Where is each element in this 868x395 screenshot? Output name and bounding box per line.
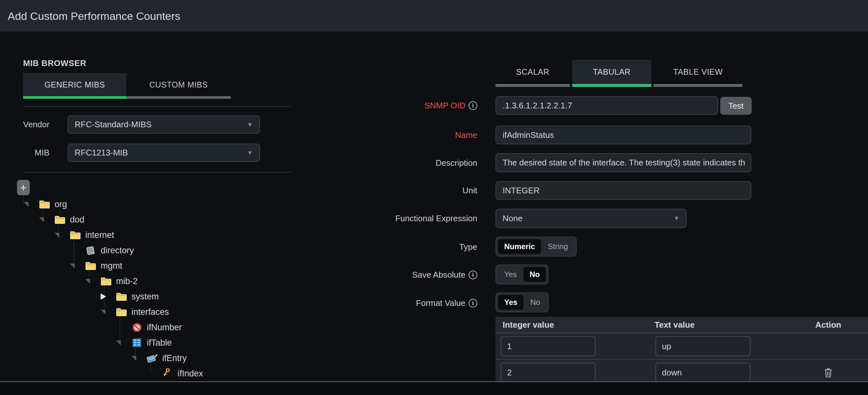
add-custom-performance-counters-dialog: Add Custom Performance Counters MIB BROW… (0, 0, 868, 395)
chevron-down-icon: ▼ (247, 121, 253, 128)
tab-custom-mibs[interactable]: CUSTOM MIBS (126, 73, 231, 99)
value-format-table: Integer value Text value Action 1 up 2 d… (496, 317, 868, 381)
name-label: Name (288, 126, 477, 144)
chevron-down-icon: ▼ (247, 149, 253, 156)
functional-expression-select[interactable]: None ▼ (496, 209, 687, 228)
info-icon[interactable]: i (469, 299, 477, 307)
tree-item-org[interactable]: org (23, 196, 67, 212)
tree-item-mgmt[interactable]: mgmt (69, 258, 122, 273)
folder-icon (115, 291, 128, 302)
table-header-row: Integer value Text value Action (496, 317, 868, 333)
column-header-integer-value: Integer value (496, 320, 654, 330)
table-icon (131, 337, 143, 348)
tree-item-label: mib-2 (116, 276, 138, 286)
tab-table-view[interactable]: TABLE VIEW (654, 60, 742, 87)
save-absolute-option-yes[interactable]: Yes (498, 267, 523, 282)
tree-item-label: internet (85, 230, 114, 240)
tab-scalar[interactable]: SCALAR (496, 60, 570, 87)
expander-icon[interactable] (131, 356, 146, 361)
description-label: Description (288, 154, 477, 172)
format-value-option-no[interactable]: No (524, 295, 546, 310)
tree-item-directory[interactable]: directory (69, 243, 134, 258)
info-icon[interactable]: i (469, 101, 477, 110)
save-absolute-toggle: Yes No (496, 265, 549, 284)
type-option-numeric[interactable]: Numeric (498, 239, 541, 254)
delete-row-button[interactable] (823, 367, 834, 378)
card-index-icon (85, 245, 97, 256)
table-row: 2 down (496, 360, 868, 381)
expander-icon[interactable] (54, 233, 69, 238)
vendor-label: Vendor (23, 115, 49, 134)
text-value-input[interactable]: down (655, 363, 750, 381)
page-title: Add Custom Performance Counters (8, 0, 181, 32)
tree-item-label: ifNumber (147, 323, 182, 332)
tree-item-dod[interactable]: dod (38, 212, 84, 227)
unit-input[interactable]: INTEGER (496, 181, 751, 200)
tree-item-internet[interactable]: internet (54, 227, 114, 243)
separator (23, 172, 291, 173)
tree-item-ifentry[interactable]: ifEntry (131, 351, 187, 366)
expander-icon[interactable] (23, 202, 38, 207)
dialog-footer (0, 382, 868, 395)
folder-icon (100, 276, 112, 286)
tree-item-label: interfaces (131, 307, 169, 317)
type-toggle: Numeric String (496, 237, 577, 256)
expander-icon[interactable] (100, 293, 115, 300)
no-entry-icon (131, 322, 143, 333)
tree-item-label: org (55, 200, 67, 209)
type-label: Type (288, 238, 477, 256)
folder-icon (54, 214, 66, 225)
save-absolute-option-no[interactable]: No (523, 267, 546, 282)
expander-icon[interactable] (115, 340, 131, 345)
format-value-option-yes[interactable]: Yes (498, 295, 523, 310)
snmp-oid-label: SNMP OID i (288, 96, 477, 115)
info-icon[interactable]: i (469, 271, 477, 279)
chevron-down-icon: ▼ (674, 215, 680, 222)
expander-icon[interactable] (38, 217, 54, 222)
tree-item-label: ifEntry (162, 353, 187, 363)
mib-label: MIB (35, 144, 49, 162)
folder-icon (38, 199, 51, 210)
tree-item-system[interactable]: system (100, 289, 159, 304)
expander-icon[interactable] (100, 310, 115, 314)
text-value-input[interactable]: up (655, 336, 750, 356)
snmp-oid-input[interactable]: .1.3.6.1.2.1.2.2.1.7 (496, 96, 718, 115)
table-entry-icon (146, 353, 158, 364)
expander-icon[interactable] (85, 279, 100, 284)
tree-item-label: directory (101, 246, 134, 255)
vendor-selected-value: RFC-Standard-MIBS (75, 120, 152, 129)
folder-icon (69, 230, 82, 240)
integer-value-input[interactable]: 1 (501, 336, 595, 356)
tree-item-ifindex[interactable]: ifIndex (146, 366, 203, 381)
folder-icon (85, 260, 97, 271)
tree-item-interfaces[interactable]: interfaces (100, 304, 169, 320)
expand-tree-button[interactable]: + (17, 180, 30, 195)
tree-item-mib-2[interactable]: mib-2 (85, 273, 138, 289)
table-row: 1 up (496, 333, 868, 360)
format-value-label: Format Value i (288, 294, 477, 312)
folder-icon (115, 306, 128, 317)
expander-icon[interactable] (69, 264, 85, 268)
tree-item-label: mgmt (101, 261, 122, 271)
tab-generic-mibs[interactable]: GENERIC MIBS (23, 73, 126, 99)
integer-value-input[interactable]: 2 (501, 363, 595, 381)
tree-item-label: dod (70, 215, 84, 225)
name-input[interactable]: ifAdminStatus (496, 126, 751, 144)
dialog-header: Add Custom Performance Counters (0, 0, 868, 32)
tree-item-ifnumber[interactable]: ifNumber (115, 320, 182, 335)
type-option-string[interactable]: String (542, 239, 574, 254)
unit-label: Unit (288, 181, 477, 200)
counter-type-tabs: SCALAR TABULAR TABLE VIEW (496, 60, 742, 87)
tab-tabular[interactable]: TABULAR (572, 60, 651, 87)
functional-expression-label: Functional Expression (288, 209, 477, 227)
tree-item-label: ifTable (147, 338, 172, 348)
test-button[interactable]: Test (720, 97, 752, 115)
save-absolute-label: Save Absolute i (288, 266, 477, 284)
mib-select[interactable]: RFC1213-MIB ▼ (68, 144, 260, 162)
column-header-text-value: Text value (654, 320, 788, 330)
description-input[interactable]: The desired state of the interface. The … (496, 153, 751, 172)
tree-item-iftable[interactable]: ifTable (115, 335, 172, 351)
tree-item-label: ifIndex (178, 369, 203, 378)
vendor-select[interactable]: RFC-Standard-MIBS ▼ (68, 115, 260, 134)
mib-selected-value: RFC1213-MIB (75, 148, 128, 158)
